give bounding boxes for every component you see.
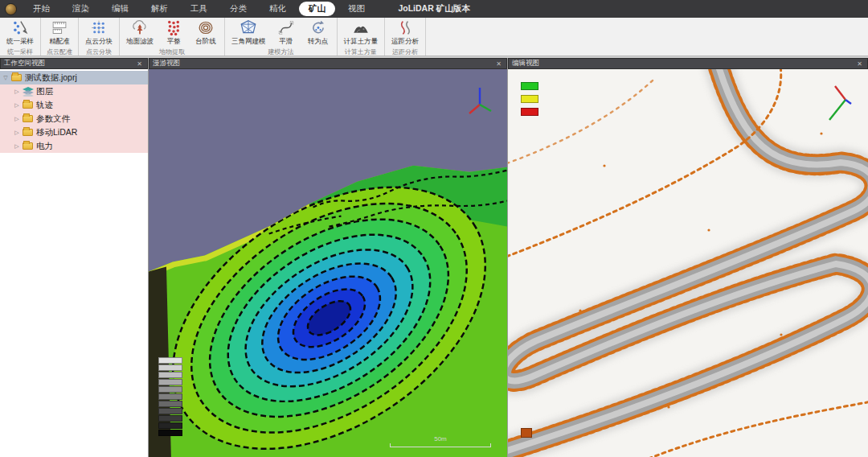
elevation-swatch: [158, 379, 182, 385]
haul-analysis-button[interactable]: 运距分析: [387, 19, 423, 47]
main-area: 工作空间视图 ✕ ▽ 测试数据.joprj ▷ 图层 ▷: [0, 56, 868, 457]
route-waves-icon: [396, 19, 414, 36]
tab-classify[interactable]: 分类: [220, 2, 256, 16]
tree-root-item[interactable]: ▽ 测试数据.joprj: [0, 71, 148, 84]
ribbon-group-haul: 运距分析 运距分析: [385, 18, 426, 56]
folder-icon: [23, 142, 33, 150]
menu-tab-strip: 开始 渲染 编辑 解析 工具 分类 精化 矿山 视图: [23, 2, 375, 16]
tin-mesh-icon: [240, 19, 257, 36]
viewport-3d-panel: 漫游视图 ✕: [149, 58, 508, 457]
edit-view-panel: 编辑视图 ✕: [508, 58, 868, 457]
elevation-swatch: [158, 430, 182, 436]
button-label: 计算土方量: [344, 37, 379, 47]
title-bar: 开始 渲染 编辑 解析 工具 分类 精化 矿山 视图 JoLiDAR 矿山版本: [0, 0, 868, 18]
selection-marker[interactable]: [521, 428, 532, 438]
terrain-3d-canvas[interactable]: 50m: [149, 69, 507, 457]
axis-gizmo-icon[interactable]: [826, 84, 855, 122]
tree-item-label: 图层: [36, 86, 53, 97]
tab-refine[interactable]: 精化: [260, 2, 296, 16]
viewport-3d-title: 漫游视图: [153, 59, 180, 68]
tab-start[interactable]: 开始: [23, 2, 59, 16]
tree-item-parameter-files[interactable]: ▷ 参数文件: [0, 112, 148, 126]
ruler-icon: [51, 19, 68, 36]
button-label: 台阶线: [195, 37, 216, 47]
ribbon-spacer: [426, 18, 868, 56]
tab-edit[interactable]: 编辑: [102, 2, 138, 16]
button-label: 地面滤波: [126, 37, 154, 47]
button-label: 平滑: [279, 37, 293, 47]
tree-root-label: 测试数据.joprj: [25, 72, 77, 84]
convert-to-points-button[interactable]: 转为点: [302, 19, 334, 47]
contour-rings-icon: [197, 19, 215, 36]
grid-dots-icon: [90, 19, 108, 36]
tab-tools[interactable]: 工具: [181, 2, 217, 16]
collapse-arrow-icon[interactable]: ▽: [0, 75, 11, 81]
scale-bar-line: [390, 443, 491, 447]
elevation-swatch: [158, 408, 182, 414]
group-label-registration: 点云配准: [43, 47, 76, 58]
tin-modeling-button[interactable]: 三角网建模: [227, 19, 270, 47]
bench-line-button[interactable]: 台阶线: [190, 19, 222, 47]
folder-icon: [11, 74, 22, 81]
expand-arrow-icon[interactable]: ▷: [11, 116, 23, 122]
expand-arrow-icon[interactable]: ▷: [11, 130, 23, 136]
ribbon-group-modeling: 三角网建模 平滑 转为点 建模方法: [225, 18, 338, 56]
pointcloud-tiling-button[interactable]: 点云分块: [81, 19, 117, 47]
fine-registration-button[interactable]: 精配准: [43, 19, 76, 47]
smooth-button[interactable]: 平滑: [270, 19, 302, 47]
elevation-swatch: [158, 401, 182, 407]
group-label-haul: 运距分析: [387, 47, 423, 58]
tab-render[interactable]: 渲染: [63, 2, 99, 16]
edit-view-title: 编辑视图: [512, 59, 539, 68]
class-swatch-yellow: [521, 95, 538, 103]
scale-bar: 50m: [390, 435, 491, 447]
volume-calc-button[interactable]: 计算土方量: [340, 19, 383, 47]
tree-item-label: 轨迹: [36, 100, 53, 111]
button-label: 统一采样: [6, 37, 34, 47]
tree-item-layers[interactable]: ▷ 图层: [0, 84, 148, 98]
expand-arrow-icon[interactable]: ▷: [11, 89, 23, 95]
close-icon[interactable]: ✕: [135, 60, 144, 68]
tree-item-mobile-lidar[interactable]: ▷ 移动LiDAR: [0, 126, 148, 139]
unified-sampling-button[interactable]: 统一采样: [2, 19, 38, 47]
tab-mine[interactable]: 矿山: [299, 2, 335, 16]
workspace-panel-title: 工作空间视图: [4, 59, 45, 68]
tree-item-label: 电力: [36, 141, 53, 152]
tab-parse[interactable]: 解析: [141, 2, 178, 16]
terrain-3d-scene: [149, 69, 507, 457]
ground-filter-button[interactable]: 地面滤波: [122, 19, 158, 47]
group-label-extraction: 地物提取: [122, 47, 222, 58]
workspace-panel: 工作空间视图 ✕ ▽ 测试数据.joprj ▷ 图层 ▷: [0, 58, 149, 457]
group-label-tiling: 点云分块: [81, 47, 117, 58]
button-label: 点云分块: [85, 37, 113, 47]
elevation-swatch: [158, 422, 182, 429]
class-swatch-red: [521, 108, 538, 116]
folder-icon: [23, 129, 33, 136]
app-logo-icon[interactable]: [5, 3, 17, 15]
tab-view[interactable]: 视图: [338, 2, 375, 16]
smooth-curve-icon: [277, 19, 295, 36]
hillshade-scene: [508, 69, 868, 457]
button-label: 平整: [167, 37, 181, 47]
elevation-swatch: [158, 357, 182, 364]
expand-arrow-icon[interactable]: ▷: [11, 143, 23, 150]
tree-item-tracks[interactable]: ▷ 轨迹: [0, 98, 148, 112]
hillshade-canvas[interactable]: [508, 69, 868, 457]
scale-bar-label: 50m: [390, 435, 491, 443]
viewport-3d-titlebar: 漫游视图 ✕: [149, 58, 507, 69]
ribbon-group-sampling: 统一采样 统一采样: [0, 18, 41, 56]
workspace-tree: ▽ 测试数据.joprj ▷ 图层 ▷ 轨迹 ▷: [0, 69, 148, 457]
folder-icon: [23, 101, 33, 109]
button-label: 转为点: [308, 37, 329, 47]
button-label: 三角网建模: [231, 37, 266, 47]
flatten-button[interactable]: 平整: [158, 19, 190, 47]
group-label-modeling: 建模方法: [227, 47, 334, 58]
axis-gizmo-icon[interactable]: [465, 84, 494, 117]
expand-arrow-icon[interactable]: ▷: [11, 102, 23, 109]
tree-item-label: 移动LiDAR: [36, 127, 77, 138]
close-icon[interactable]: ✕: [855, 60, 864, 68]
elevation-swatch: [158, 415, 182, 422]
elevation-swatch: [158, 372, 182, 378]
tree-item-power[interactable]: ▷ 电力: [0, 139, 148, 153]
close-icon[interactable]: ✕: [494, 60, 503, 68]
